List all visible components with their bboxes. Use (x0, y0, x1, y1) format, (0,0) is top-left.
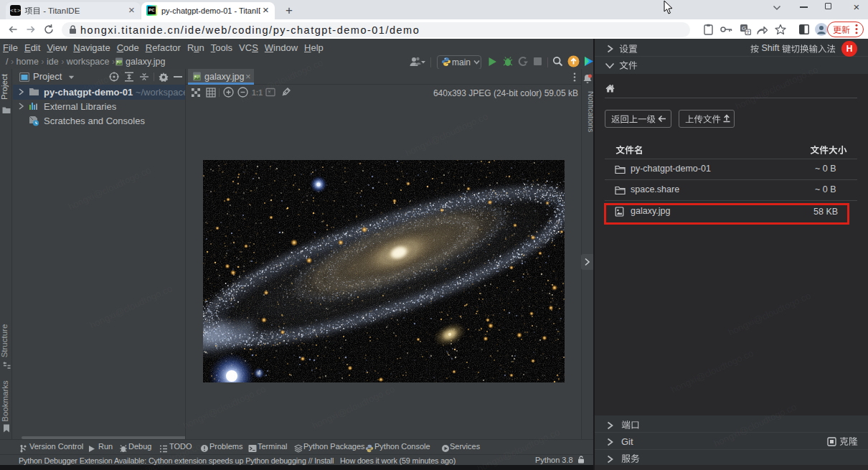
svg-text:文: 文 (746, 29, 750, 34)
